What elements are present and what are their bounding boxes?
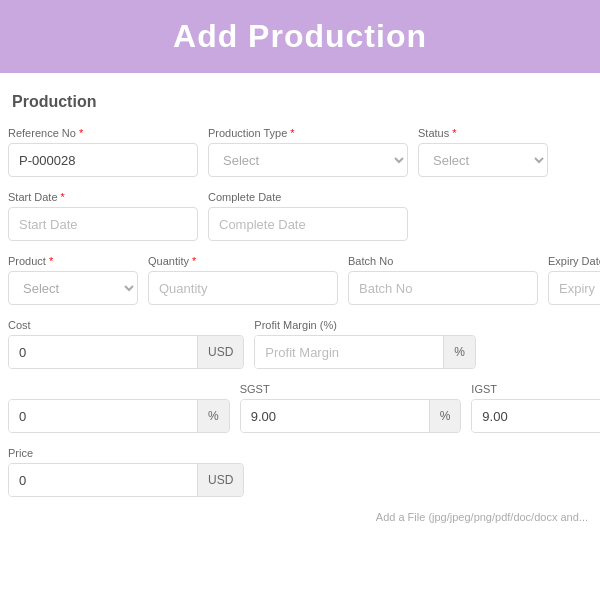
group-igst: IGST % (471, 383, 600, 433)
label-cost: Cost (8, 319, 244, 331)
group-complete-date: Complete Date (208, 191, 408, 241)
row-dates: Start Date * Complete Date (8, 191, 592, 241)
input-batch-no[interactable] (348, 271, 538, 305)
label-expiry-date: Expiry Date (548, 255, 600, 267)
label-start-date: Start Date * (8, 191, 198, 203)
select-status[interactable]: Select (418, 143, 548, 177)
input-addon-cost: USD (8, 335, 244, 369)
input-cost[interactable] (9, 336, 197, 368)
label-reference-no: Reference No * (8, 127, 198, 139)
label-production-type: Production Type * (208, 127, 408, 139)
label-product: Product * (8, 255, 138, 267)
group-reference-no: Reference No * (8, 127, 198, 177)
page-title: Add Production (0, 18, 600, 55)
label-status: Status * (418, 127, 548, 139)
file-hint: Add a File (jpg/jpeg/png/pdf/doc/docx an… (8, 511, 592, 523)
group-product: Product * Select (8, 255, 138, 305)
label-complete-date: Complete Date (208, 191, 408, 203)
addon-percent-profit: % (443, 336, 475, 368)
input-profit-margin[interactable] (255, 336, 443, 368)
group-sgst: SGST % (240, 383, 462, 433)
group-expiry-date: Expiry Date (548, 255, 600, 305)
label-sgst: SGST (240, 383, 462, 395)
label-igst: IGST (471, 383, 600, 395)
group-batch-no: Batch No (348, 255, 538, 305)
group-start-date: Start Date * (8, 191, 198, 241)
input-price[interactable] (9, 464, 197, 496)
label-batch-no: Batch No (348, 255, 538, 267)
row-sgst-igst: % SGST % IGST % (8, 383, 592, 433)
group-price: Price USD (8, 447, 244, 497)
group-status: Status * Select (418, 127, 548, 177)
group-profit-margin: Profit Margin (%) % (254, 319, 476, 369)
input-complete-date[interactable] (208, 207, 408, 241)
input-reference-no[interactable] (8, 143, 198, 177)
form-container: Production Reference No * Production Typ… (0, 93, 600, 543)
select-product[interactable]: Select (8, 271, 138, 305)
input-igst[interactable] (472, 400, 600, 432)
input-left-percent[interactable] (9, 400, 197, 432)
row-cost-profit: Cost USD Profit Margin (%) % (8, 319, 592, 369)
input-addon-igst: % (471, 399, 600, 433)
group-left-percent: % (8, 395, 230, 433)
select-production-type[interactable]: Select (208, 143, 408, 177)
addon-usd-price: USD (197, 464, 243, 496)
row-price: Price USD (8, 447, 592, 497)
row-reference: Reference No * Production Type * Select … (8, 127, 592, 177)
label-profit-margin: Profit Margin (%) (254, 319, 476, 331)
section-title: Production (8, 93, 592, 111)
addon-usd-cost: USD (197, 336, 243, 368)
group-cost: Cost USD (8, 319, 244, 369)
input-addon-profit: % (254, 335, 476, 369)
group-quantity: Quantity * (148, 255, 338, 305)
addon-percent-left: % (197, 400, 229, 432)
group-production-type: Production Type * Select (208, 127, 408, 177)
label-quantity: Quantity * (148, 255, 338, 267)
input-addon-price: USD (8, 463, 244, 497)
row-product: Product * Select Quantity * Batch No Exp… (8, 255, 592, 305)
input-expiry-date[interactable] (548, 271, 600, 305)
addon-percent-sgst: % (429, 400, 461, 432)
label-price: Price (8, 447, 244, 459)
page-header: Add Production (0, 0, 600, 73)
input-start-date[interactable] (8, 207, 198, 241)
input-quantity[interactable] (148, 271, 338, 305)
input-addon-left-percent: % (8, 399, 230, 433)
input-addon-sgst: % (240, 399, 462, 433)
input-sgst[interactable] (241, 400, 429, 432)
